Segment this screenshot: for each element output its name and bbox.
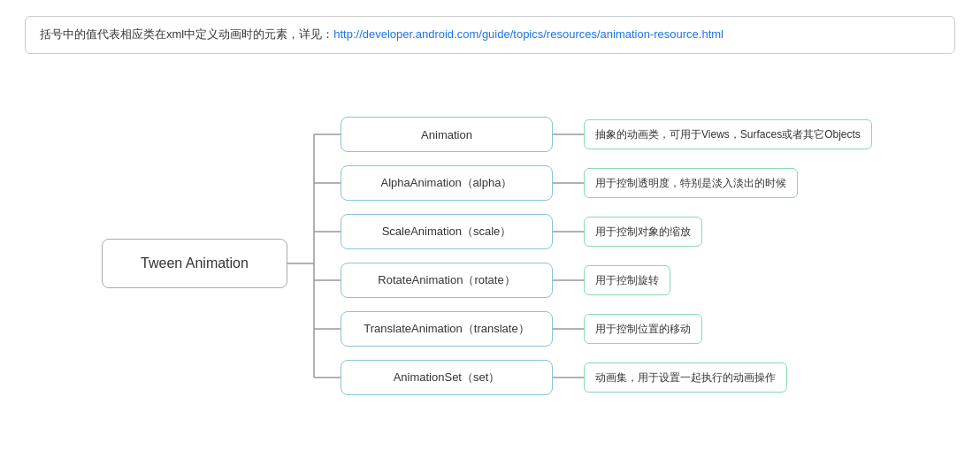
top-note-text: 括号中的值代表相应类在xml中定义动画时的元素，详见： [40,27,333,41]
child-label-alpha: AlphaAnimation（alpha） [381,175,513,191]
top-note: 括号中的值代表相应类在xml中定义动画时的元素，详见：http://develo… [25,16,955,54]
child-label-translate: TranslateAnimation（translate） [364,321,529,337]
desc-node-animation: 抽象的动画类，可用于Views，Surfaces或者其它Objects [584,119,872,149]
root-label: Tween Animation [141,256,249,271]
child-label-scale: ScaleAnimation（scale） [382,224,512,240]
desc-text-alpha: 用于控制透明度，特别是淡入淡出的时候 [595,176,786,191]
top-note-link[interactable]: http://developer.android.com/guide/topic… [333,27,724,41]
desc-node-rotate: 用于控制旋转 [584,265,670,295]
child-node-translate: TranslateAnimation（translate） [341,311,553,347]
child-label-animation: Animation [421,128,472,141]
desc-node-set: 动画集，用于设置一起执行的动画操作 [584,362,787,393]
child-node-set: AnimationSet（set） [341,360,553,395]
diagram: Tween Animation Animation 抽象的动画类，可用于View… [0,71,980,473]
desc-node-translate: 用于控制位置的移动 [584,314,702,344]
desc-text-rotate: 用于控制旋转 [595,273,659,288]
child-node-scale: ScaleAnimation（scale） [341,214,553,249]
child-node-alpha: AlphaAnimation（alpha） [341,165,553,201]
child-label-set: AnimationSet（set） [394,370,501,385]
desc-node-alpha: 用于控制透明度，特别是淡入淡出的时候 [584,168,798,198]
root-node: Tween Animation [102,239,287,288]
desc-text-scale: 用于控制对象的缩放 [595,225,691,240]
child-node-rotate: RotateAnimation（rotate） [341,263,553,298]
desc-text-animation: 抽象的动画类，可用于Views，Surfaces或者其它Objects [595,127,861,142]
desc-text-translate: 用于控制位置的移动 [595,322,691,337]
child-label-rotate: RotateAnimation（rotate） [378,272,515,288]
desc-node-scale: 用于控制对象的缩放 [584,217,702,247]
child-node-animation: Animation [341,117,553,152]
desc-text-set: 动画集，用于设置一起执行的动画操作 [595,370,776,385]
